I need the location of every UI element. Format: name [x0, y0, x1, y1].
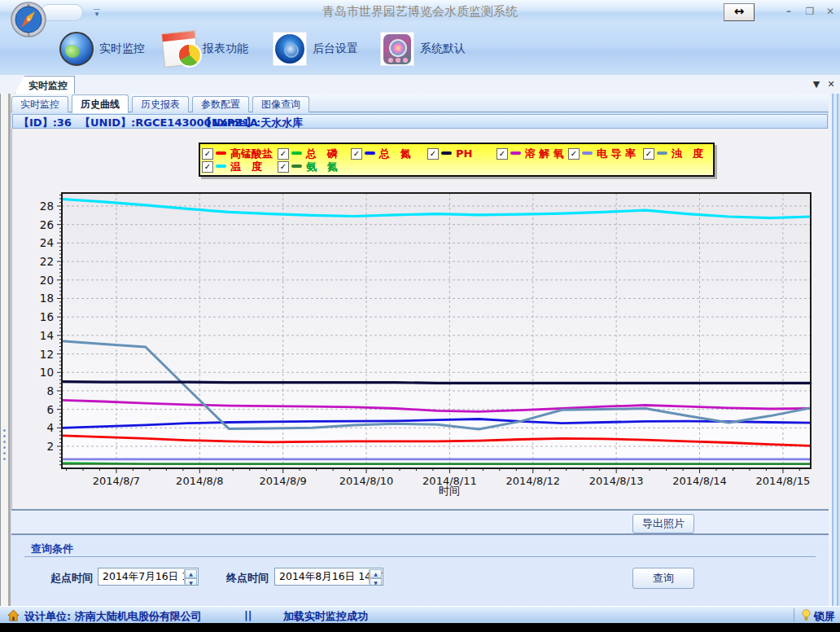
toolbar-item-settings[interactable]: 后台设置 — [273, 31, 358, 67]
divider — [794, 608, 794, 622]
start-time-label: 起点时间 — [50, 571, 93, 586]
y-axis-tick-label: 2 — [46, 440, 54, 453]
main-toolbar: 实时监控报表功能后台设置系统默认 — [0, 23, 840, 77]
subtab-strip: 实时监控历史曲线历史报表参数配置图像查询 — [0, 94, 840, 112]
svg-text:N: N — [27, 3, 30, 8]
x-axis-tick-label: 2014/8/7 — [93, 475, 140, 487]
y-axis-tick-label: 20 — [40, 274, 54, 287]
x-axis-tick-label: 2014/8/8 — [176, 475, 223, 487]
tab-scroll-caret-icon[interactable]: ▼ — [810, 78, 823, 91]
spin-up-icon: ▲ — [370, 569, 382, 578]
globe-icon — [59, 32, 94, 66]
query-conditions-title: 查询条件 — [31, 542, 73, 556]
status-separator: || — [244, 609, 252, 621]
document-tab-row: 实时监控 ▼ ✕ — [0, 75, 840, 94]
title-bar: 青岛市世界园艺博览会水质监测系统 —▾ ↔ – ❐ ✕ — [0, 0, 840, 24]
toolbar-item-report[interactable]: 报表功能 — [163, 31, 248, 67]
right-frame-border — [829, 94, 840, 606]
subtab-实时监控[interactable]: 实时监控 — [11, 96, 68, 112]
history-curve-panel: ✓高锰酸盐✓总 磷✓总 氮✓PH✓溶 解 氧✓电 导 率✓浊 度✓温 度✓氨 氮… — [11, 129, 829, 509]
quick-access-caret-icon[interactable]: —▾ — [91, 7, 103, 16]
toolbar-item-label: 报表功能 — [203, 42, 248, 56]
subtab-图像查询[interactable]: 图像查询 — [252, 96, 309, 112]
x-axis-tick-label: 2014/8/12 — [505, 475, 560, 487]
x-axis-tick-label: 2014/8/14 — [672, 475, 727, 487]
home-icon — [7, 609, 20, 621]
maximize-button[interactable]: ❐ — [801, 5, 819, 18]
subtab-历史报表[interactable]: 历史报表 — [132, 96, 189, 112]
series-line — [62, 382, 810, 384]
lock-screen-button[interactable]: 锁屏 — [814, 609, 835, 624]
lock-screen-icon — [801, 609, 812, 621]
y-axis-tick-label: 22 — [40, 255, 54, 268]
station-info-bar: 【ID】:36 【UNID】:RGCE1430001XPZ1A 【Name】:天… — [12, 114, 828, 129]
x-axis-tick-label: 2014/8/9 — [259, 475, 306, 487]
application-window: 青岛市世界园艺博览会水质监测系统 —▾ ↔ – ❐ ✕ N S 实时监控报表功能… — [0, 0, 840, 632]
y-axis-tick-label: 12 — [40, 348, 54, 361]
toolbar-item-globe[interactable]: 实时监控 — [59, 31, 145, 67]
start-time-input[interactable]: 2014年7月16日 14:27: ▲ ▼ — [98, 568, 199, 586]
y-axis-tick-label: 16 — [40, 310, 54, 323]
export-band: 导出照片 — [11, 509, 829, 535]
report-icon — [161, 30, 199, 68]
divider — [24, 556, 816, 557]
y-axis-tick-label: 18 — [40, 292, 54, 305]
minimize-button[interactable]: – — [780, 5, 798, 18]
plot-area — [62, 193, 811, 468]
spin-up-icon: ▲ — [185, 569, 197, 578]
system-icon-dots — [388, 58, 408, 63]
screen-bottom-strip — [0, 623, 840, 632]
x-axis-title: 时间 — [417, 484, 482, 498]
x-axis-tick-label: 2014/8/15 — [756, 475, 811, 487]
y-axis-tick-label: 6 — [46, 403, 54, 416]
splitter-handle[interactable] — [3, 429, 7, 465]
left-panel-splitter[interactable] — [0, 94, 11, 606]
status-message: 加载实时监控成功 — [283, 609, 368, 624]
toolbar-item-label: 系统默认 — [420, 42, 466, 56]
y-axis-tick-label: 24 — [40, 236, 54, 249]
spin-down-icon: ▼ — [185, 578, 197, 586]
query-conditions-panel: 查询条件 起点时间 2014年7月16日 14:27: ▲ ▼ 终点时间 201… — [11, 535, 829, 606]
toolbar-item-label: 实时监控 — [99, 42, 145, 56]
toolbar-item-system[interactable]: 系统默认 — [380, 31, 466, 67]
system-icon — [380, 32, 414, 66]
query-button[interactable]: 查询 — [632, 568, 694, 589]
spin-down-icon: ▼ — [370, 578, 382, 586]
export-photo-button[interactable]: 导出照片 — [632, 514, 694, 533]
quick-access-pill — [41, 4, 83, 21]
app-compass-icon[interactable]: N S — [11, 2, 46, 37]
y-axis-tick-label: 8 — [46, 384, 54, 397]
window-title: 青岛市世界园艺博览会水质监测系统 — [0, 4, 840, 20]
minimize-icon: – — [786, 6, 791, 17]
settings-icon — [273, 32, 307, 66]
resize-button[interactable]: ↔ — [724, 3, 755, 21]
designer-text: 设计单位: 济南大陆机电股份有限公司 — [24, 609, 202, 624]
status-bar: 设计单位: 济南大陆机电股份有限公司 || 加载实时监控成功 锁屏 — [0, 606, 840, 624]
end-time-value: 2014年8月16日 14:27:: — [279, 570, 383, 582]
svg-text:S: S — [27, 32, 29, 37]
tab-close-icon[interactable]: ✕ — [825, 78, 838, 91]
tab-realtime-monitor[interactable]: 实时监控 — [15, 76, 75, 94]
close-icon: ✕ — [826, 6, 834, 17]
y-axis-tick-label: 14 — [40, 329, 54, 342]
x-axis-tick-label: 2014/8/10 — [339, 475, 394, 487]
x-axis-tick-label: 2014/8/13 — [589, 475, 644, 487]
resize-icon: ↔ — [734, 4, 745, 19]
y-axis-tick-label: 26 — [40, 218, 54, 231]
maximize-icon: ❐ — [806, 6, 815, 17]
close-button[interactable]: ✕ — [821, 5, 839, 18]
y-axis-tick-label: 4 — [46, 421, 54, 434]
end-time-label: 终点时间 — [226, 571, 269, 586]
end-time-spinner[interactable]: ▲ ▼ — [369, 569, 382, 584]
subtab-参数配置[interactable]: 参数配置 — [192, 96, 249, 112]
start-time-spinner[interactable]: ▲ ▼ — [184, 569, 197, 584]
y-axis-tick-label: 10 — [40, 366, 54, 379]
subtab-active-历史曲线[interactable]: 历史曲线 — [72, 94, 129, 113]
chart-plot: 2468101214161820222426282014/8/72014/8/8… — [12, 129, 829, 509]
toolbar-item-label: 后台设置 — [313, 42, 358, 56]
end-time-input[interactable]: 2014年8月16日 14:27:: ▲ ▼ — [274, 568, 383, 586]
y-axis-tick-label: 28 — [40, 200, 54, 213]
